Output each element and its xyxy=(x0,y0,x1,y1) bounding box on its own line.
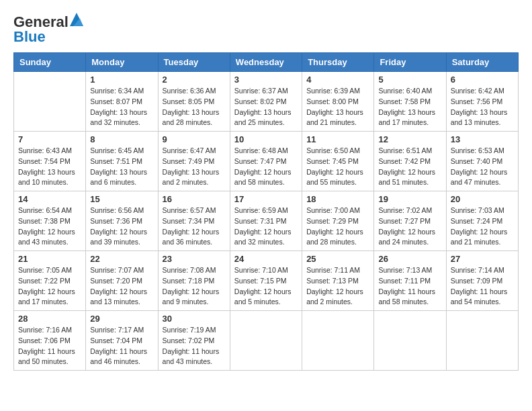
day-number: 25 xyxy=(306,254,369,264)
calendar-cell: 28Sunrise: 7:16 AM Sunset: 7:06 PM Dayli… xyxy=(14,311,86,371)
calendar-cell xyxy=(302,311,374,371)
day-number: 4 xyxy=(306,75,369,85)
calendar-cell: 18Sunrise: 7:00 AM Sunset: 7:29 PM Dayli… xyxy=(302,191,374,251)
calendar-cell xyxy=(446,311,518,371)
day-info: Sunrise: 6:59 AM Sunset: 7:31 PM Dayligh… xyxy=(234,205,298,248)
day-info: Sunrise: 7:03 AM Sunset: 7:24 PM Dayligh… xyxy=(451,205,514,248)
day-number: 2 xyxy=(163,75,226,85)
calendar-cell: 5Sunrise: 6:40 AM Sunset: 7:58 PM Daylig… xyxy=(374,72,446,132)
calendar-cell xyxy=(230,311,302,371)
day-number: 7 xyxy=(18,134,81,144)
day-number: 11 xyxy=(306,134,369,144)
day-info: Sunrise: 7:19 AM Sunset: 7:02 PM Dayligh… xyxy=(163,325,226,367)
calendar-week-row: 1Sunrise: 6:34 AM Sunset: 8:07 PM Daylig… xyxy=(14,72,519,132)
day-info: Sunrise: 6:57 AM Sunset: 7:34 PM Dayligh… xyxy=(163,205,226,248)
weekday-header-monday: Monday xyxy=(86,53,158,72)
day-info: Sunrise: 7:08 AM Sunset: 7:18 PM Dayligh… xyxy=(163,265,226,308)
calendar-cell: 3Sunrise: 6:37 AM Sunset: 8:02 PM Daylig… xyxy=(230,72,302,132)
day-number: 20 xyxy=(451,194,514,204)
calendar-cell: 2Sunrise: 6:36 AM Sunset: 8:05 PM Daylig… xyxy=(158,72,230,132)
day-info: Sunrise: 6:34 AM Sunset: 8:07 PM Dayligh… xyxy=(90,86,153,128)
day-number: 23 xyxy=(163,254,226,264)
day-info: Sunrise: 6:53 AM Sunset: 7:40 PM Dayligh… xyxy=(451,146,514,188)
day-info: Sunrise: 6:37 AM Sunset: 8:02 PM Dayligh… xyxy=(234,86,298,128)
calendar-cell: 20Sunrise: 7:03 AM Sunset: 7:24 PM Dayli… xyxy=(446,191,518,251)
day-number: 27 xyxy=(451,254,514,264)
day-number: 29 xyxy=(90,314,153,324)
day-number: 16 xyxy=(163,194,226,204)
day-number: 3 xyxy=(234,75,298,85)
day-info: Sunrise: 7:16 AM Sunset: 7:06 PM Dayligh… xyxy=(18,325,81,367)
day-number: 5 xyxy=(378,75,441,85)
day-info: Sunrise: 7:07 AM Sunset: 7:20 PM Dayligh… xyxy=(90,265,153,308)
day-number: 1 xyxy=(90,75,153,85)
calendar-cell: 21Sunrise: 7:05 AM Sunset: 7:22 PM Dayli… xyxy=(14,251,86,311)
day-info: Sunrise: 6:48 AM Sunset: 7:47 PM Dayligh… xyxy=(234,146,298,188)
day-info: Sunrise: 6:42 AM Sunset: 7:56 PM Dayligh… xyxy=(451,86,514,128)
calendar-cell xyxy=(374,311,446,371)
day-number: 18 xyxy=(306,194,369,204)
day-number: 22 xyxy=(90,254,153,264)
day-number: 24 xyxy=(234,254,298,264)
day-info: Sunrise: 6:56 AM Sunset: 7:36 PM Dayligh… xyxy=(90,205,153,248)
day-info: Sunrise: 6:43 AM Sunset: 7:54 PM Dayligh… xyxy=(18,146,81,188)
day-info: Sunrise: 6:45 AM Sunset: 7:51 PM Dayligh… xyxy=(90,146,153,188)
logo-icon xyxy=(70,13,83,26)
weekday-header-thursday: Thursday xyxy=(302,53,374,72)
weekday-header-saturday: Saturday xyxy=(446,53,518,72)
day-number: 12 xyxy=(378,134,441,144)
day-number: 14 xyxy=(18,194,81,204)
calendar-header-row: SundayMondayTuesdayWednesdayThursdayFrid… xyxy=(14,53,519,72)
logo: General Blue xyxy=(13,13,83,46)
day-number: 30 xyxy=(163,314,226,324)
day-info: Sunrise: 6:51 AM Sunset: 7:42 PM Dayligh… xyxy=(378,146,441,188)
calendar-cell: 15Sunrise: 6:56 AM Sunset: 7:36 PM Dayli… xyxy=(86,191,158,251)
logo-blue-text: Blue xyxy=(13,28,46,46)
calendar-cell: 24Sunrise: 7:10 AM Sunset: 7:15 PM Dayli… xyxy=(230,251,302,311)
calendar-week-row: 7Sunrise: 6:43 AM Sunset: 7:54 PM Daylig… xyxy=(14,132,519,191)
page-header: General Blue xyxy=(13,13,519,46)
calendar-cell xyxy=(14,72,86,132)
day-number: 26 xyxy=(378,254,441,264)
calendar-cell: 12Sunrise: 6:51 AM Sunset: 7:42 PM Dayli… xyxy=(374,132,446,191)
calendar-cell: 6Sunrise: 6:42 AM Sunset: 7:56 PM Daylig… xyxy=(446,72,518,132)
day-info: Sunrise: 7:10 AM Sunset: 7:15 PM Dayligh… xyxy=(234,265,298,308)
calendar-cell: 1Sunrise: 6:34 AM Sunset: 8:07 PM Daylig… xyxy=(86,72,158,132)
day-number: 13 xyxy=(451,134,514,144)
calendar-cell: 25Sunrise: 7:11 AM Sunset: 7:13 PM Dayli… xyxy=(302,251,374,311)
day-info: Sunrise: 6:54 AM Sunset: 7:38 PM Dayligh… xyxy=(18,205,81,248)
day-info: Sunrise: 6:36 AM Sunset: 8:05 PM Dayligh… xyxy=(163,86,226,128)
calendar-cell: 14Sunrise: 6:54 AM Sunset: 7:38 PM Dayli… xyxy=(14,191,86,251)
day-number: 10 xyxy=(234,134,298,144)
weekday-header-wednesday: Wednesday xyxy=(230,53,302,72)
calendar-table: SundayMondayTuesdayWednesdayThursdayFrid… xyxy=(13,52,519,371)
day-number: 8 xyxy=(90,134,153,144)
calendar-cell: 4Sunrise: 6:39 AM Sunset: 8:00 PM Daylig… xyxy=(302,72,374,132)
calendar-cell: 17Sunrise: 6:59 AM Sunset: 7:31 PM Dayli… xyxy=(230,191,302,251)
calendar-cell: 19Sunrise: 7:02 AM Sunset: 7:27 PM Dayli… xyxy=(374,191,446,251)
day-info: Sunrise: 6:50 AM Sunset: 7:45 PM Dayligh… xyxy=(306,146,369,188)
day-number: 21 xyxy=(18,254,81,264)
calendar-week-row: 14Sunrise: 6:54 AM Sunset: 7:38 PM Dayli… xyxy=(14,191,519,251)
day-info: Sunrise: 7:02 AM Sunset: 7:27 PM Dayligh… xyxy=(378,205,441,248)
day-info: Sunrise: 7:14 AM Sunset: 7:09 PM Dayligh… xyxy=(451,265,514,308)
day-number: 19 xyxy=(378,194,441,204)
day-number: 15 xyxy=(90,194,153,204)
day-number: 6 xyxy=(451,75,514,85)
day-info: Sunrise: 7:11 AM Sunset: 7:13 PM Dayligh… xyxy=(306,265,369,308)
calendar-cell: 13Sunrise: 6:53 AM Sunset: 7:40 PM Dayli… xyxy=(446,132,518,191)
calendar-cell: 22Sunrise: 7:07 AM Sunset: 7:20 PM Dayli… xyxy=(86,251,158,311)
day-number: 28 xyxy=(18,314,81,324)
day-info: Sunrise: 6:39 AM Sunset: 8:00 PM Dayligh… xyxy=(306,86,369,128)
day-info: Sunrise: 6:47 AM Sunset: 7:49 PM Dayligh… xyxy=(163,146,226,188)
calendar-cell: 30Sunrise: 7:19 AM Sunset: 7:02 PM Dayli… xyxy=(158,311,230,371)
calendar-cell: 26Sunrise: 7:13 AM Sunset: 7:11 PM Dayli… xyxy=(374,251,446,311)
calendar-cell: 8Sunrise: 6:45 AM Sunset: 7:51 PM Daylig… xyxy=(86,132,158,191)
calendar-cell: 16Sunrise: 6:57 AM Sunset: 7:34 PM Dayli… xyxy=(158,191,230,251)
day-info: Sunrise: 7:05 AM Sunset: 7:22 PM Dayligh… xyxy=(18,265,81,308)
day-info: Sunrise: 7:17 AM Sunset: 7:04 PM Dayligh… xyxy=(90,325,153,367)
day-info: Sunrise: 7:13 AM Sunset: 7:11 PM Dayligh… xyxy=(378,265,441,308)
weekday-header-friday: Friday xyxy=(374,53,446,72)
calendar-cell: 11Sunrise: 6:50 AM Sunset: 7:45 PM Dayli… xyxy=(302,132,374,191)
day-info: Sunrise: 7:00 AM Sunset: 7:29 PM Dayligh… xyxy=(306,205,369,248)
